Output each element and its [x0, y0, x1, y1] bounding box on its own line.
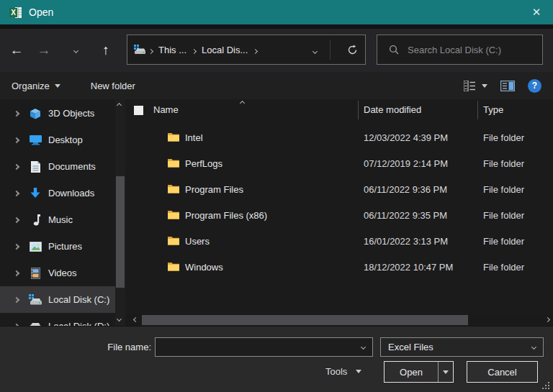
refresh-icon[interactable] — [339, 45, 365, 55]
expand-chevron-icon[interactable] — [14, 243, 19, 249]
table-row[interactable]: Intel 12/03/2022 4:39 PM File folder — [125, 125, 553, 151]
resize-grip[interactable] — [542, 382, 549, 389]
up-button[interactable]: ↑ — [94, 29, 118, 72]
desktop-icon — [29, 135, 42, 146]
tools-label: Tools — [325, 366, 347, 377]
breadcrumb-separator-icon — [192, 45, 196, 55]
breadcrumb-this-pc[interactable]: This ... — [158, 45, 186, 55]
sidebar-scrollbar-thumb[interactable] — [116, 176, 125, 288]
breadcrumb-local-disk[interactable]: Local Dis... — [202, 45, 248, 55]
file-type-combobox[interactable]: Excel Files — [380, 337, 544, 357]
file-name: PerfLogs — [185, 158, 222, 169]
forward-button[interactable]: → — [32, 29, 56, 72]
table-row[interactable]: PerfLogs 07/12/2019 2:14 PM File folder — [125, 151, 553, 177]
table-row[interactable]: Program Files 06/11/2022 9:36 PM File fo… — [125, 177, 553, 203]
expand-chevron-icon[interactable] — [14, 190, 19, 196]
svg-text:X: X — [11, 9, 16, 17]
horizontal-scrollbar-thumb[interactable] — [142, 315, 468, 325]
file-date: 16/01/2022 3:13 PM — [364, 236, 448, 247]
file-type-selected: Excel Files — [381, 342, 532, 352]
navigation-bar: ← → ↑ This ... Local Dis... — [0, 29, 553, 72]
close-button[interactable]: ✕ — [520, 0, 553, 24]
list-header: Name Date modified Type — [125, 99, 553, 121]
file-date: 12/03/2022 4:39 PM — [364, 132, 448, 143]
file-name: Users — [185, 236, 210, 247]
search-input[interactable] — [408, 45, 530, 55]
help-icon: ? — [532, 81, 537, 91]
sidebar-item-documents[interactable]: Documents — [0, 153, 115, 180]
breadcrumb-separator-icon — [253, 45, 257, 55]
videos-icon — [29, 268, 42, 279]
table-row[interactable]: Program Files (x86) 06/11/2022 9:35 PM F… — [125, 203, 553, 229]
preview-pane-button[interactable] — [500, 81, 515, 91]
file-name-dropdown-icon[interactable] — [361, 345, 366, 350]
address-bar[interactable]: This ... Local Dis... — [127, 35, 366, 65]
tools-button[interactable]: Tools — [325, 366, 361, 377]
file-name-input[interactable] — [156, 342, 361, 352]
file-date: 06/11/2022 9:35 PM — [364, 210, 447, 221]
help-button[interactable]: ? — [528, 79, 541, 93]
address-divider — [330, 40, 331, 60]
expand-chevron-icon[interactable] — [14, 216, 19, 222]
new-folder-label: New folder — [91, 81, 135, 91]
navigation-pane: 3D Objects Desktop — [0, 100, 115, 326]
sidebar-item-local-disk-d[interactable]: Local Disk (D:) — [0, 313, 115, 326]
file-name: Windows — [185, 262, 223, 273]
folder-icon — [168, 184, 179, 193]
sidebar-item-label: Downloads — [48, 188, 94, 199]
cancel-button[interactable]: Cancel — [467, 361, 538, 383]
change-view-button[interactable] — [464, 81, 487, 91]
scroll-up-icon[interactable] — [117, 103, 122, 108]
expand-chevron-icon[interactable] — [14, 137, 19, 142]
sidebar-item-videos[interactable]: Videos — [0, 260, 115, 286]
sidebar-item-music[interactable]: Music — [0, 206, 115, 233]
open-dialog: X Open ✕ ← → ↑ — [0, 0, 553, 392]
sidebar-item-label: Local Disk (C:) — [48, 294, 109, 305]
search-box — [377, 35, 543, 65]
scroll-right-icon[interactable] — [545, 317, 550, 322]
list-view-icon — [464, 81, 476, 91]
sidebar-item-local-disk-c[interactable]: Local Disk (C:) — [0, 286, 115, 313]
file-list: Name Date modified Type Intel 12/03/2022… — [125, 99, 553, 326]
sidebar-scrollbar[interactable] — [115, 99, 125, 326]
sidebar-item-pictures[interactable]: Pictures — [0, 233, 115, 260]
3d-objects-icon — [29, 108, 42, 119]
expand-chevron-icon[interactable] — [14, 296, 19, 302]
organize-label: Organize — [12, 81, 50, 91]
sidebar-item-3d-objects[interactable]: 3D Objects — [0, 100, 115, 127]
recent-locations-chevron-icon[interactable] — [63, 29, 88, 72]
column-divider[interactable] — [477, 101, 478, 119]
local-disk-d-icon — [29, 321, 42, 327]
excel-app-icon: X — [9, 6, 22, 19]
downloads-icon — [29, 188, 42, 199]
column-divider[interactable] — [358, 101, 359, 119]
expand-chevron-icon[interactable] — [14, 163, 19, 169]
expand-chevron-icon[interactable] — [14, 110, 19, 116]
open-dropdown-button[interactable] — [439, 370, 453, 374]
sidebar-item-desktop[interactable]: Desktop — [0, 127, 115, 153]
sidebar-item-downloads[interactable]: Downloads — [0, 180, 115, 206]
open-button[interactable]: Open — [384, 361, 454, 383]
address-dropdown-chevron-icon[interactable] — [313, 45, 317, 55]
back-button[interactable]: ← — [4, 29, 29, 72]
expand-chevron-icon[interactable] — [14, 270, 19, 275]
sidebar-item-label: Pictures — [48, 241, 82, 252]
table-row[interactable]: Users 16/01/2022 3:13 PM File folder — [125, 229, 553, 255]
search-icon — [389, 45, 399, 55]
file-type: File folder — [483, 158, 524, 169]
table-row[interactable]: Windows 18/12/2022 10:47 PM File folder — [125, 255, 553, 281]
select-all-checkbox[interactable] — [134, 106, 143, 115]
column-header-date-modified[interactable]: Date modified — [364, 104, 421, 115]
scroll-left-icon[interactable] — [133, 317, 138, 322]
column-header-type[interactable]: Type — [483, 104, 503, 115]
preview-pane-icon — [500, 81, 515, 91]
column-header-name[interactable]: Name — [153, 104, 179, 115]
file-date: 18/12/2022 10:47 PM — [364, 262, 453, 273]
horizontal-scrollbar[interactable] — [125, 314, 553, 326]
file-type-dropdown-icon — [531, 345, 536, 350]
scroll-down-icon[interactable] — [117, 316, 122, 322]
organize-button[interactable]: Organize — [7, 81, 65, 91]
command-toolbar: Organize New folder — [0, 72, 553, 99]
new-folder-button[interactable]: New folder — [86, 81, 140, 91]
title-bar: X Open ✕ — [0, 0, 553, 24]
